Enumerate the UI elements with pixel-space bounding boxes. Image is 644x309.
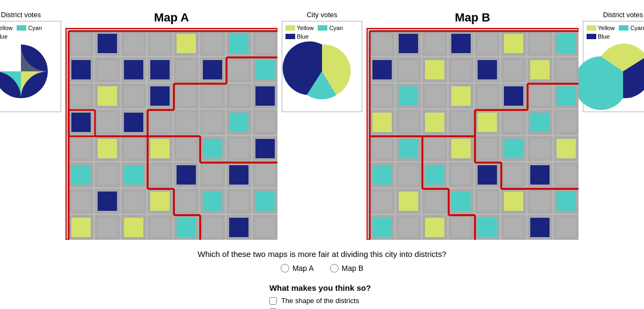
legend-color-cyan-city bbox=[318, 25, 327, 31]
checkbox-shape-label[interactable]: The shape of the districts bbox=[269, 297, 375, 305]
map-b-pie-title: District votes bbox=[603, 11, 643, 19]
city-votes-section: City votes Yellow Cyan Blue bbox=[282, 11, 362, 112]
legend-label-cyan-city: Cyan bbox=[329, 25, 343, 31]
map-b-legend: Yellow Cyan Blue bbox=[587, 25, 644, 40]
radio-map-a-text: Map A bbox=[292, 264, 314, 273]
map-b-district-votes: District votes Yellow Cyan Blue bbox=[583, 11, 644, 112]
legend-blue-a: Blue bbox=[0, 33, 8, 40]
legend-cyan-b: Cyan bbox=[619, 25, 644, 31]
legend-yellow-b: Yellow bbox=[587, 25, 614, 31]
legend-yellow-a: Yellow bbox=[0, 25, 12, 31]
legend-color-cyan-a bbox=[17, 25, 26, 31]
legend-label-cyan-b: Cyan bbox=[630, 25, 644, 31]
map-b-pie-chart bbox=[594, 42, 644, 101]
city-pie-box: Yellow Cyan Blue bbox=[282, 21, 362, 112]
legend-label-blue-city: Blue bbox=[297, 33, 309, 40]
map-b-canvas bbox=[369, 30, 579, 240]
legend-label-blue-a: Blue bbox=[0, 33, 8, 40]
radio-map-b-label[interactable]: Map B bbox=[330, 264, 363, 273]
checkbox-shape-text: The shape of the districts bbox=[281, 297, 359, 305]
map-a-pie-chart bbox=[0, 42, 50, 101]
map-a-legend: Yellow Cyan Blue bbox=[0, 25, 57, 40]
legend-cyan-a: Cyan bbox=[17, 25, 42, 31]
city-pie-chart bbox=[292, 42, 352, 101]
legend-blue-city: Blue bbox=[286, 33, 309, 40]
legend-label-blue-b: Blue bbox=[598, 33, 610, 40]
checkbox-shape[interactable] bbox=[269, 297, 277, 305]
map-b-title: Map B bbox=[455, 11, 491, 25]
followup-title: What makes you think so? bbox=[269, 283, 375, 292]
legend-color-cyan-b bbox=[619, 25, 628, 31]
legend-color-yellow-b bbox=[587, 25, 596, 31]
legend-label-yellow-b: Yellow bbox=[598, 25, 614, 31]
checkbox-group: The shape of the districts The winner of… bbox=[269, 297, 375, 309]
legend-blue-b: Blue bbox=[587, 33, 610, 40]
legend-color-blue-b bbox=[587, 34, 596, 39]
radio-map-b[interactable] bbox=[330, 264, 339, 273]
radio-group: Map A Map B bbox=[11, 264, 633, 273]
radio-map-a-label[interactable]: Map A bbox=[281, 264, 314, 273]
map-a-district-votes: District votes Yellow Cyan Blue bbox=[0, 11, 61, 112]
legend-yellow-city: Yellow bbox=[286, 25, 313, 31]
map-b-pie-box: Yellow Cyan Blue bbox=[583, 21, 644, 112]
map-a-canvas bbox=[68, 30, 277, 240]
map-b-grid-container bbox=[367, 28, 579, 240]
main-container: District votes Yellow Cyan Blue bbox=[0, 0, 644, 309]
legend-color-yellow-city bbox=[286, 25, 295, 31]
map-a-pie-box: Yellow Cyan Blue bbox=[0, 21, 61, 112]
city-legend: Yellow Cyan Blue bbox=[286, 25, 358, 40]
map-a-section: Map A bbox=[65, 11, 277, 240]
map-a-pie-title: District votes bbox=[1, 11, 41, 19]
maps-row: District votes Yellow Cyan Blue bbox=[0, 5, 644, 240]
radio-map-a[interactable] bbox=[281, 264, 289, 273]
legend-label-yellow-city: Yellow bbox=[297, 25, 313, 31]
legend-label-yellow-a: Yellow bbox=[0, 25, 12, 31]
legend-color-blue-city bbox=[286, 34, 295, 39]
map-a-title: Map A bbox=[154, 11, 189, 25]
legend-label-cyan-a: Cyan bbox=[28, 25, 42, 31]
city-pie-title: City votes bbox=[306, 11, 337, 19]
legend-cyan-city: Cyan bbox=[318, 25, 343, 31]
map-a-grid-container bbox=[65, 28, 277, 240]
question-text: Which of these two maps is more fair at … bbox=[11, 249, 633, 259]
radio-map-b-text: Map B bbox=[342, 264, 363, 273]
question-section: Which of these two maps is more fair at … bbox=[0, 249, 644, 309]
map-b-section: Map B bbox=[367, 11, 579, 240]
